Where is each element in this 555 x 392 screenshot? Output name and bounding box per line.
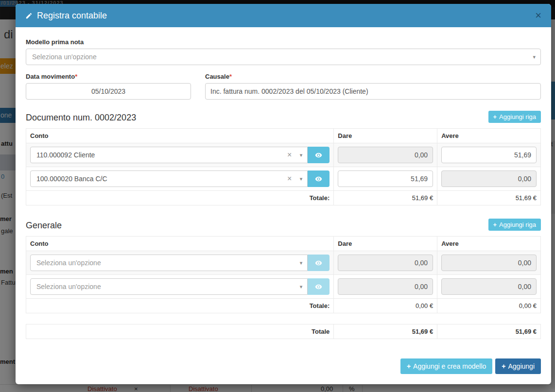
modello-select-placeholder: Seleziona un'opzione	[32, 53, 97, 61]
chevron-down-icon: ▾	[300, 284, 303, 290]
col-header-dare: Dare	[334, 237, 437, 251]
required-asterisk: *	[229, 73, 232, 80]
generale-total-dare: 0,00 €	[334, 299, 437, 313]
col-header-avere: Avere	[437, 129, 541, 143]
chevron-down-icon: ▾	[300, 152, 303, 158]
col-header-avere: Avere	[437, 237, 541, 251]
pencil-icon	[25, 12, 33, 19]
eye-icon	[315, 175, 322, 183]
dare-input[interactable]	[338, 170, 433, 187]
conto-select[interactable]: Seleziona un'opzione ▾	[30, 255, 308, 271]
eye-icon	[315, 259, 322, 267]
eye-icon	[315, 152, 322, 159]
documento-section-title: Documento num. 0002/2023	[26, 113, 136, 123]
registra-contabile-modal: Registra contabile × Modello prima nota …	[16, 4, 551, 384]
causale-input[interactable]	[205, 83, 541, 100]
table-row: Seleziona un'opzione ▾	[26, 275, 541, 299]
chevron-down-icon: ▾	[300, 260, 303, 266]
table-row: Seleziona un'opzione ▾	[26, 251, 541, 275]
generale-total-row: Totale: 0,00 € 0,00 €	[26, 299, 541, 313]
avere-input	[441, 170, 537, 187]
screen: /01/2023 - 31/12/2023 di elez one attu 0…	[0, 0, 555, 392]
documento-total-row: Totale: 51,69 € 51,69 €	[26, 191, 541, 205]
documento-table: Conto Dare Avere 110.000092 Cliente ×	[26, 128, 541, 205]
chevron-down-icon: ▾	[300, 176, 303, 182]
clear-selection-icon[interactable]: ×	[287, 151, 292, 159]
dare-input	[338, 255, 433, 271]
conto-select[interactable]: 110.000092 Cliente × ▾	[30, 147, 308, 163]
view-account-button	[308, 255, 330, 271]
documento-total-avere: 51,69 €	[437, 191, 541, 205]
chevron-down-icon: ▾	[533, 54, 536, 60]
modello-select[interactable]: Seleziona un'opzione ▾	[26, 49, 541, 65]
view-account-button[interactable]	[308, 147, 330, 163]
grand-total-label: Totale	[26, 324, 334, 339]
conto-select[interactable]: Seleziona un'opzione ▾	[30, 278, 308, 295]
avere-input	[441, 255, 537, 271]
modal-body: Modello prima nota Seleziona un'opzione …	[16, 27, 551, 358]
col-header-conto: Conto	[26, 237, 334, 251]
grand-total-dare: 51,69 €	[334, 324, 437, 339]
generale-table: Conto Dare Avere Seleziona un'opzione ▾	[26, 236, 541, 313]
grand-total-row: Totale 51,69 € 51,69 €	[26, 324, 541, 339]
plus-icon: +	[493, 221, 497, 228]
clear-selection-icon[interactable]: ×	[287, 174, 292, 183]
generale-add-row-button[interactable]: + Aggiungi riga	[488, 219, 541, 231]
modal-header: Registra contabile ×	[16, 4, 551, 27]
plus-icon: +	[502, 362, 505, 370]
plus-icon: +	[407, 362, 411, 370]
modello-label: Modello prima nota	[26, 38, 541, 46]
eye-icon	[315, 283, 322, 290]
view-account-button[interactable]	[308, 170, 330, 187]
dare-input	[338, 278, 433, 295]
data-movimento-input[interactable]	[26, 83, 191, 100]
grand-total-avere: 51,69 €	[437, 324, 541, 339]
documento-add-row-button[interactable]: + Aggiungi riga	[488, 111, 541, 123]
causale-label: Causale*	[205, 73, 541, 80]
modal-title: Registra contabile	[25, 11, 107, 21]
modal-footer: + Aggiungi e crea modello + Aggiungi	[16, 358, 551, 384]
avere-input[interactable]	[441, 147, 537, 163]
required-asterisk: *	[75, 73, 77, 80]
col-header-dare: Dare	[334, 129, 437, 143]
documento-total-dare: 51,69 €	[334, 191, 437, 205]
data-movimento-label: Data movimento*	[26, 73, 191, 80]
dare-input	[338, 147, 433, 163]
generale-total-avere: 0,00 €	[437, 299, 541, 313]
plus-icon: +	[493, 113, 497, 120]
avere-input	[441, 278, 537, 295]
close-icon[interactable]: ×	[535, 10, 541, 21]
modal-title-text: Registra contabile	[37, 11, 107, 21]
col-header-conto: Conto	[26, 129, 334, 143]
documento-total-label: Totale:	[26, 191, 334, 205]
grand-total-table: Totale 51,69 € 51,69 €	[26, 324, 541, 339]
add-and-create-template-button[interactable]: + Aggiungi e crea modello	[400, 358, 492, 374]
add-button[interactable]: + Aggiungi	[495, 358, 541, 374]
table-row: 100.000020 Banca C/C × ▾	[26, 167, 541, 191]
generale-total-label: Totale:	[26, 299, 334, 313]
conto-select[interactable]: 100.000020 Banca C/C × ▾	[30, 170, 308, 187]
generale-section-title: Generale	[26, 221, 62, 231]
view-account-button	[308, 278, 330, 295]
table-row: 110.000092 Cliente × ▾	[26, 143, 541, 167]
